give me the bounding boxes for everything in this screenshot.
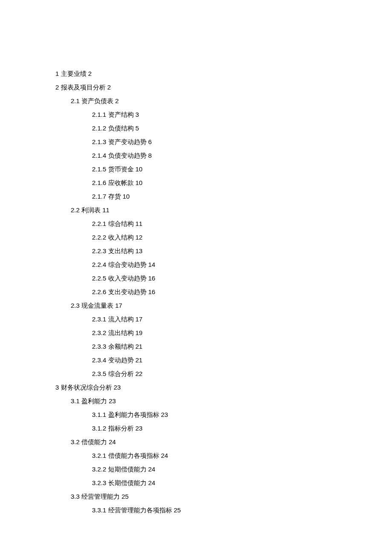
toc-entry: 3.1.2 指标分析 23 xyxy=(55,425,392,431)
toc-entry: 2.3.2 流出结构 19 xyxy=(55,330,392,336)
toc-entry: 3.2.2 短期偿债能力 24 xyxy=(55,466,392,472)
toc-entry: 2.1.6 应收帐款 10 xyxy=(55,179,392,186)
toc-entry: 2.2.4 综合变动趋势 14 xyxy=(55,261,392,268)
toc-entry: 2.2 利润表 11 xyxy=(55,207,392,213)
toc-entry: 3.3 经营管理能力 25 xyxy=(55,493,392,500)
toc-entry: 3.1 盈利能力 23 xyxy=(55,398,392,404)
toc-entry: 3.1.1 盈利能力各项指标 23 xyxy=(55,411,392,418)
toc-entry: 2.2.5 收入变动趋势 16 xyxy=(55,275,392,281)
toc-entry: 2.1.1 资产结构 3 xyxy=(55,111,392,118)
toc-entry: 3.3.1 经营管理能力各项指标 25 xyxy=(55,507,392,513)
toc-entry: 2.1.3 资产变动趋势 6 xyxy=(55,139,392,145)
toc-entry: 2.3 现金流量表 17 xyxy=(55,302,392,309)
toc-entry: 2.3.3 余额结构 21 xyxy=(55,343,392,350)
toc-entry: 2.2.2 收入结构 12 xyxy=(55,234,392,240)
toc-entry: 2 报表及项目分析 2 xyxy=(55,84,392,90)
toc-entry: 2.1.2 负债结构 5 xyxy=(55,125,392,131)
toc-page: 1 主要业绩 22 报表及项目分析 22.1 资产负债表 22.1.1 资产结构… xyxy=(0,0,392,513)
toc-entry: 2.3.5 综合分析 22 xyxy=(55,370,392,377)
toc-entry: 3.2.3 长期偿债能力 24 xyxy=(55,480,392,486)
toc-entry: 2.1 资产负债表 2 xyxy=(55,98,392,104)
toc-entry: 2.1.7 存货 10 xyxy=(55,193,392,199)
toc-entry: 1 主要业绩 2 xyxy=(55,70,392,77)
toc-list: 1 主要业绩 22 报表及项目分析 22.1 资产负债表 22.1.1 资产结构… xyxy=(55,70,392,513)
toc-entry: 3.2.1 偿债能力各项指标 24 xyxy=(55,452,392,459)
toc-entry: 3 财务状况综合分析 23 xyxy=(55,384,392,390)
toc-entry: 2.2.6 支出变动趋势 16 xyxy=(55,289,392,295)
toc-entry: 2.3.4 变动趋势 21 xyxy=(55,357,392,363)
toc-entry: 2.2.3 支出结构 13 xyxy=(55,248,392,254)
toc-entry: 2.1.4 负债变动趋势 8 xyxy=(55,152,392,159)
toc-entry: 2.3.1 流入结构 17 xyxy=(55,316,392,322)
toc-entry: 2.1.5 货币资金 10 xyxy=(55,166,392,172)
toc-entry: 3.2 偿债能力 24 xyxy=(55,439,392,445)
toc-entry: 2.2.1 综合结构 11 xyxy=(55,220,392,227)
